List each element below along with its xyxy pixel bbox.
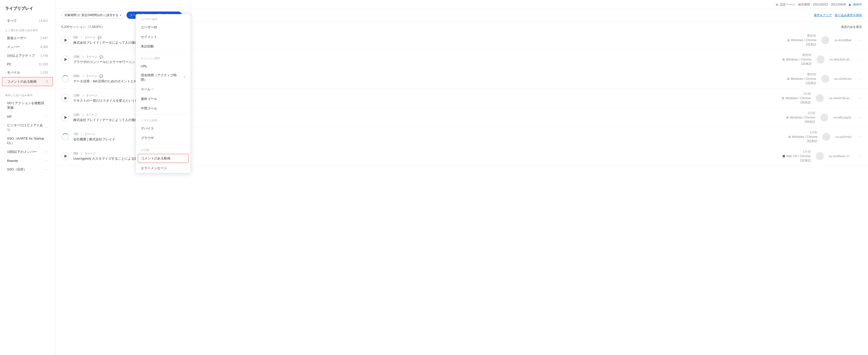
sidebar-item-sso[interactable]: SSO（KARTE for Startup CL） ··· — [2, 134, 53, 147]
play-button-6[interactable] — [61, 133, 69, 141]
sidebar-item-visitor[interactable]: ビジターだけどメアドあり ··· — [2, 121, 53, 134]
sidebar-sso-old-dots[interactable]: ··· — [45, 167, 48, 172]
session-user-id-1: vis-A1kJ8BaK — [834, 39, 851, 42]
avatar-dots-6: ·· — [826, 136, 827, 138]
filter-clear-button[interactable]: 条件をクリア — [814, 13, 832, 17]
play-button-1[interactable] — [61, 36, 69, 44]
session-time-1: 数秒前 — [807, 34, 816, 38]
session-user-group-4: vis-24e5679b-dc... — [829, 97, 852, 100]
dropdown-final-goal[interactable]: 最終ゴール — [136, 94, 190, 104]
settings-link[interactable]: ⚙ 設定ページ — [776, 2, 795, 7]
sidebar-item-rewrite[interactable]: Rewrite ··· — [2, 156, 53, 165]
sidebar-item-all[interactable]: すべて 13,451 — [2, 17, 53, 25]
comment-icon-1: 💬 — [98, 36, 101, 39]
dropdown-visit-count[interactable]: 来訪回数 — [136, 42, 190, 51]
unread-toggle[interactable]: 未読のみを表示 — [841, 25, 862, 29]
play-icon-1 — [64, 39, 67, 42]
play-button-4[interactable] — [61, 94, 69, 102]
session-more-4[interactable]: ··· — [857, 96, 862, 100]
sidebar-all-label: すべて — [7, 19, 37, 23]
dropdown-mid-goal[interactable]: 中間ゴール — [136, 104, 190, 113]
dropdown-url[interactable]: URL — [136, 62, 190, 70]
session-avatar-1: ·· — [821, 36, 829, 44]
session-more-5[interactable]: ··· — [857, 115, 862, 120]
session-pages-6: 1ページ — [85, 132, 96, 136]
sidebar-item-member[interactable]: メンバー 8,365 — [2, 43, 53, 51]
dropdown-stay-time[interactable]: 滞在時間（アクティブ時間） ? — [136, 70, 190, 85]
sidebar-vd-label: VDリアクションを複数回実施 — [7, 101, 45, 110]
dropdown-device[interactable]: デバイス — [136, 124, 190, 133]
dropdown-label[interactable]: ラベル ? — [136, 85, 190, 94]
save-label: 保存中 — [853, 2, 862, 7]
session-device-label-2: Windows / Chrome — [786, 58, 811, 61]
monitor-icon-4: 🖥 — [781, 96, 784, 100]
play-icon-7 — [64, 155, 67, 158]
session-time-group-2: 数秒前 🖥 Windows / Chrome 1回来訪 — [782, 53, 811, 66]
sidebar-visitor-dots[interactable]: ··· — [45, 125, 48, 130]
sidebar-active-count: 3,748 — [40, 54, 48, 58]
session-more-2[interactable]: ··· — [857, 57, 862, 62]
session-user-id-5: vis-N5EzNg3G — [833, 116, 852, 119]
sidebar-item-new-user[interactable]: 新規ユーザー 2,947 — [2, 34, 53, 42]
session-user-group-2: vis-0fd13634-d0... — [830, 58, 852, 61]
sidebar-hp-label: HP — [7, 115, 45, 118]
session-separator-3: ｜ — [82, 74, 85, 78]
session-more-1[interactable]: ··· — [857, 38, 862, 42]
session-time-group-6: 1分前 🖥 Windows / Chrome 2回来訪 — [788, 130, 817, 143]
sidebar-item-vd[interactable]: VDリアクションを複数回実施 ··· — [2, 99, 53, 112]
sidebar-item-pc[interactable]: PC 12,203 — [2, 60, 53, 68]
avatar-dots-3: ·· — [825, 78, 826, 80]
sidebar-active-label: 1分以上アクティブ — [7, 54, 38, 58]
play-button-2[interactable] — [61, 56, 69, 63]
sidebar-hp-dots[interactable]: ··· — [45, 114, 48, 119]
sidebar-sso-old-label: SSO（旧存） — [7, 167, 45, 172]
session-pages-1: 1ページ — [85, 35, 96, 40]
filter-chip-period[interactable]: 対象期間 が 直近24時間以内 に該当する ▾ — [61, 11, 124, 19]
play-button-5[interactable] — [61, 114, 69, 121]
sidebar-item-active[interactable]: 1分以上アクティブ 3,748 — [2, 52, 53, 60]
session-avatar-2: ·· — [816, 56, 825, 63]
session-avatar-7: ·· — [816, 152, 824, 160]
session-device-label-1: Windows / Chrome — [791, 38, 816, 42]
sidebar-sso-dots[interactable]: ··· — [45, 139, 48, 143]
session-time-group-3: 数秒前 🖥 Windows / Chrome 1回来訪 — [787, 72, 816, 85]
app-container: ライブリプレイ すべて 13,451 よく使われる絞り込み条件 新規ユーザー 2… — [0, 0, 868, 355]
avatar-dots-7: ·· — [819, 155, 820, 158]
session-avatar-5: ·· — [820, 114, 828, 121]
dropdown-error-message[interactable]: エラーメッセージ — [136, 164, 190, 173]
session-more-7[interactable]: ··· — [857, 154, 862, 158]
dropdown-comment-video[interactable]: コメントのある動画 — [138, 154, 188, 163]
sidebar-10member-dots[interactable]: ··· — [45, 150, 48, 154]
dropdown-segment[interactable]: セグメント — [136, 32, 190, 42]
session-pages-2: 1ページ — [87, 55, 97, 59]
avatar-dots-2: ·· — [820, 58, 821, 61]
play-button-7[interactable] — [61, 152, 69, 160]
sidebar-item-hp[interactable]: HP ··· — [2, 112, 53, 121]
session-right-7: 1分前 💻 Mac OS / Chrome 2回来訪 ·· vis-d1d89e… — [782, 150, 862, 163]
filter-dropdown: ユーザー条件 ユーザーID セグメント 来訪回数 セッション条件 URL 滞在時… — [135, 14, 191, 173]
sidebar-item-comment-video[interactable]: コメントのある動画 3 — [2, 77, 53, 86]
sidebar-vd-dots[interactable]: ··· — [45, 103, 48, 108]
dropdown-userid[interactable]: ユーザーID — [136, 23, 190, 32]
session-duration-1: 6秒 — [73, 35, 78, 40]
session-more-3[interactable]: ··· — [857, 77, 862, 81]
sidebar-item-sso-old[interactable]: SSO（旧存） ··· — [2, 165, 53, 174]
session-visits-6: 2回来訪 — [807, 139, 817, 143]
session-duration-7: 9秒 — [73, 151, 78, 156]
sidebar-item-mobile[interactable]: モバイル 1,253 — [2, 68, 53, 77]
session-pages-3: 1ページ — [87, 74, 97, 78]
filter-save-button[interactable]: 絞り込み条件を保存 — [835, 13, 862, 17]
monitor-icon-5: 🖥 — [786, 116, 789, 119]
session-more-6[interactable]: ··· — [857, 135, 862, 139]
sidebar-pc-label: PC — [7, 62, 37, 66]
session-time-4: 1分前 — [803, 92, 811, 96]
save-button[interactable]: ▶ 保存中 — [849, 2, 862, 7]
dropdown-browser[interactable]: ブラウザ — [136, 133, 190, 143]
session-user-group-6: vis-ed2rPg0v — [835, 135, 851, 138]
session-separator-5: ｜ — [82, 113, 85, 117]
play-button-3[interactable] — [61, 75, 69, 83]
sidebar-item-10member[interactable]: 10回以下のメンバー ··· — [2, 148, 53, 156]
session-device-label-7: Mac OS / Chrome — [787, 154, 811, 158]
sidebar-rewrite-dots[interactable]: ··· — [45, 158, 48, 163]
session-pages-5: 1ページ — [87, 113, 97, 117]
